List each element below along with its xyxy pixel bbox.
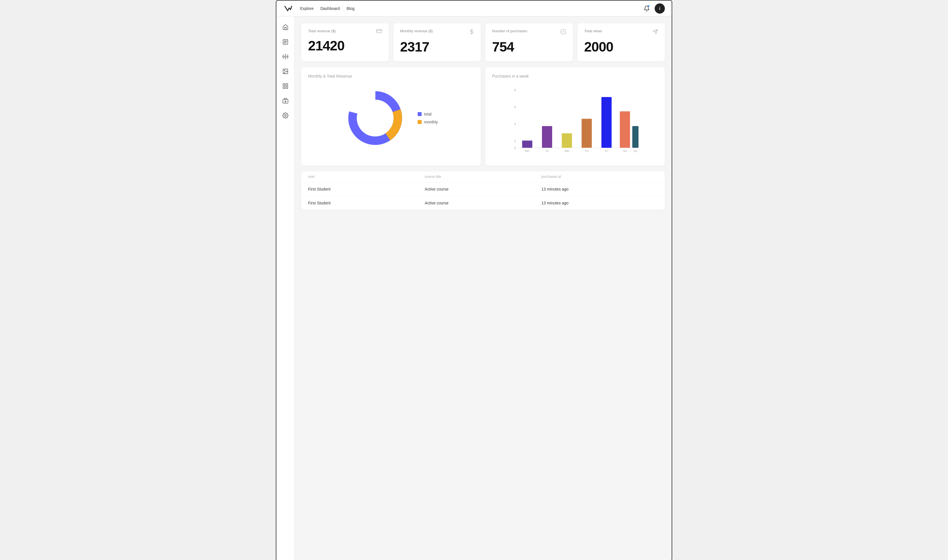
stat-card-header-total-views: Total views xyxy=(584,29,658,36)
nav-right: i xyxy=(642,3,665,14)
donut-chart-svg xyxy=(344,87,406,149)
legend-dot-total xyxy=(418,112,422,116)
nav-link-explore[interactable]: Explore xyxy=(300,6,314,11)
stat-card-total-revenue: Total revenue ($) 21420 xyxy=(301,23,389,62)
bar-we xyxy=(562,133,572,148)
card-icon xyxy=(376,29,382,35)
svg-rect-12 xyxy=(286,84,288,86)
sidebar-item-document[interactable] xyxy=(279,36,292,48)
home-icon xyxy=(282,24,289,30)
svg-text:Mo: Mo xyxy=(525,149,529,152)
stat-card-header-monthly-revenue: Monthly revenue ($) xyxy=(400,29,474,36)
stat-card-title-total-views: Total views xyxy=(584,29,602,33)
bar-chart-title: Purchases in a week xyxy=(492,74,658,78)
donut-chart-card: Monthly & Total Revenue xyxy=(301,67,481,166)
svg-rect-13 xyxy=(283,87,285,88)
svg-text:8: 8 xyxy=(514,88,516,92)
user-avatar[interactable]: i xyxy=(655,3,665,14)
legend-dot-monthly xyxy=(418,120,422,124)
legend-item-monthly: monthly xyxy=(418,120,438,124)
stat-card-header-total-revenue: Total revenue ($) xyxy=(308,29,382,35)
svg-rect-18 xyxy=(377,29,382,33)
svg-text:2: 2 xyxy=(514,139,516,143)
logo[interactable] xyxy=(283,3,293,14)
table-header-course: course title xyxy=(425,175,542,178)
table-header-user: user xyxy=(308,175,425,178)
stat-card-title-monthly-revenue: Monthly revenue ($) xyxy=(400,29,433,33)
nav-link-dashboard[interactable]: Dashboard xyxy=(320,6,340,11)
legend-item-total: total xyxy=(418,112,438,116)
sidebar-item-image[interactable] xyxy=(279,65,292,78)
sidebar-item-media[interactable] xyxy=(279,95,292,107)
stat-card-total-views: Total views 2000 xyxy=(577,23,665,62)
sidebar-item-tools[interactable] xyxy=(279,51,292,63)
document-icon xyxy=(282,39,289,45)
svg-text:Sa: Sa xyxy=(623,149,627,152)
table-cell-user-0: First Student xyxy=(308,187,425,191)
sidebar-item-layout[interactable] xyxy=(279,80,292,92)
stat-card-value-monthly-revenue: 2317 xyxy=(400,39,474,55)
stat-card-title-purchases: Number of purchases xyxy=(492,29,527,33)
settings-icon xyxy=(282,112,289,118)
table-cell-time-1: 13 minutes ago xyxy=(542,201,658,205)
layout-icon xyxy=(282,83,289,89)
top-nav: Explore Dashboard Blog i xyxy=(276,1,672,17)
sidebar xyxy=(276,17,294,560)
stat-card-purchases: Number of purchases 754 xyxy=(485,23,573,62)
table-cell-course-0: Active course xyxy=(425,187,542,191)
app-frame: Explore Dashboard Blog i xyxy=(276,0,672,560)
svg-text:Su: Su xyxy=(633,149,637,152)
stat-card-monthly-revenue: Monthly revenue ($) 2317 xyxy=(393,23,481,62)
bar-mo xyxy=(522,140,532,148)
send-icon xyxy=(653,29,658,36)
check-icon xyxy=(560,29,566,36)
stat-card-header-purchases: Number of purchases xyxy=(492,29,566,36)
table-row: First Student Active course 13 minutes a… xyxy=(301,182,665,196)
charts-row: Monthly & Total Revenue xyxy=(301,67,665,166)
bar-chart-svg: 8 6 4 2 0 Mo xyxy=(492,87,658,155)
svg-point-4 xyxy=(285,56,286,57)
donut-container: total monthly xyxy=(308,84,474,155)
table-cell-user-1: First Student xyxy=(308,201,425,205)
nav-link-blog[interactable]: Blog xyxy=(346,6,354,11)
sidebar-item-settings[interactable] xyxy=(279,109,292,122)
tools-icon xyxy=(282,54,289,60)
table-header-purchased: purchased at xyxy=(542,175,658,178)
stat-card-value-total-revenue: 21420 xyxy=(308,38,382,54)
sidebar-item-home[interactable] xyxy=(279,21,292,34)
svg-text:Fr: Fr xyxy=(605,149,608,152)
notification-bell[interactable] xyxy=(642,4,651,13)
legend-label-total: total xyxy=(424,112,431,116)
svg-text:Tu: Tu xyxy=(545,149,549,152)
bar-chart-card: Purchases in a week 8 6 4 2 0 xyxy=(485,67,665,166)
svg-rect-14 xyxy=(286,87,288,88)
notification-dot xyxy=(648,5,649,7)
stat-card-value-purchases: 754 xyxy=(492,39,566,55)
table-cell-course-1: Active course xyxy=(425,201,542,205)
media-icon xyxy=(282,98,289,104)
main-layout: Total revenue ($) 21420 Monthly revenue … xyxy=(276,17,672,560)
svg-point-10 xyxy=(284,70,285,71)
donut-chart-title: Monthly & Total Revenue xyxy=(308,74,474,78)
svg-point-17 xyxy=(285,115,286,116)
stat-card-title-total-revenue: Total revenue ($) xyxy=(308,29,336,33)
bar-th xyxy=(582,119,592,148)
svg-rect-11 xyxy=(283,84,285,86)
svg-text:6: 6 xyxy=(514,105,516,109)
table-row: First Student Active course 13 minutes a… xyxy=(301,196,665,210)
donut-legend: total monthly xyxy=(418,112,438,124)
table-card: user course title purchased at First Stu… xyxy=(301,171,665,210)
svg-text:Th: Th xyxy=(585,149,589,152)
svg-text:We: We xyxy=(565,149,569,152)
bar-sa xyxy=(620,111,630,148)
svg-text:0: 0 xyxy=(514,146,516,150)
main-content: Total revenue ($) 21420 Monthly revenue … xyxy=(294,17,672,560)
bar-tu xyxy=(542,126,552,148)
bar-su xyxy=(632,126,639,148)
table-cell-time-0: 13 minutes ago xyxy=(542,187,658,191)
table-header: user course title purchased at xyxy=(301,171,665,182)
stat-cards: Total revenue ($) 21420 Monthly revenue … xyxy=(301,23,665,62)
legend-label-monthly: monthly xyxy=(424,120,438,124)
bar-chart-container: 8 6 4 2 0 Mo xyxy=(492,84,658,159)
dollar-icon xyxy=(469,29,474,36)
